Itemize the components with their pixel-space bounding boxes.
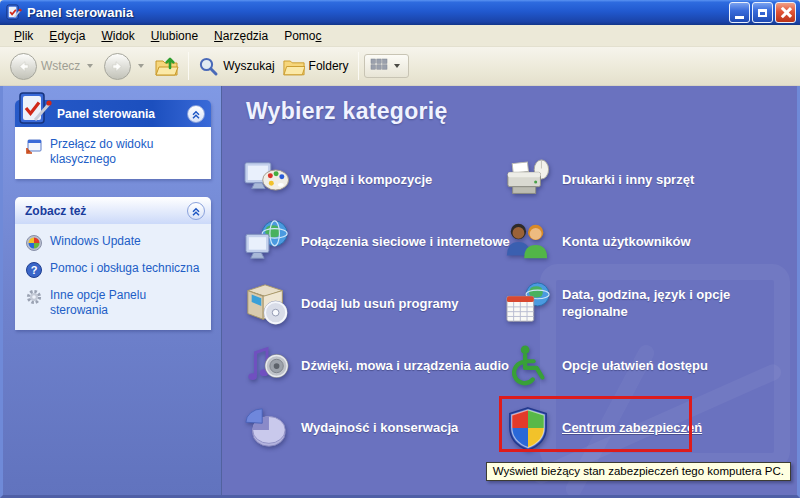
accounts-icon (505, 219, 551, 265)
help-icon: ? (25, 261, 43, 279)
views-dropdown-caret[interactable] (394, 64, 400, 68)
category-security-center[interactable]: Centrum zabezpieczeń (505, 400, 702, 456)
category-label[interactable]: Wygląd i kompozycje (301, 172, 432, 189)
sidebar-panel-see-also: Zobacz też Windows Upda (15, 197, 211, 330)
forward-button[interactable] (100, 51, 151, 82)
menu-plik[interactable]: Plik (6, 27, 41, 45)
category-label[interactable]: Połączenia sieciowe i internetowe (301, 234, 510, 251)
network-icon (244, 219, 290, 265)
windows-update-label[interactable]: Windows Update (50, 234, 141, 252)
window-body: Panel sterowania Przełącz do widoku kl (0, 86, 800, 498)
folders-label: Foldery (309, 59, 349, 73)
minimize-icon (735, 16, 744, 19)
help-support-label[interactable]: Pomoc i obsługa techniczna (50, 261, 199, 279)
search-button[interactable]: Wyszukaj (194, 54, 278, 79)
control-panel-window: Panel sterowania Plik Edycja Widok Ulubi… (0, 0, 800, 498)
windows-update-link[interactable]: Windows Update (25, 234, 203, 252)
minimize-button[interactable] (729, 2, 750, 23)
page-title: Wybierz kategorię (246, 98, 448, 125)
sidebar-panel-control: Panel sterowania Przełącz do widoku kl (15, 100, 211, 179)
window-title: Panel sterowania (27, 5, 727, 20)
category-appearance[interactable]: Wygląd i kompozycje (244, 152, 432, 208)
panel-see-also-header[interactable]: Zobacz też (15, 197, 211, 224)
menu-pomoc[interactable]: Pomoc (276, 27, 329, 45)
category-performance[interactable]: Wydajność i konserwacja (244, 400, 458, 456)
category-accessibility[interactable]: Opcje ułatwień dostępu (505, 338, 708, 394)
printers-icon (505, 157, 551, 203)
folders-button[interactable]: Foldery (279, 55, 353, 78)
close-button[interactable] (775, 2, 796, 23)
panel-control-title: Panel sterowania (57, 107, 187, 121)
toolbar-separator (188, 52, 189, 80)
tooltip: Wyświetl bieżący stan zabezpieczeń tego … (486, 462, 791, 481)
restore-icon (758, 9, 767, 17)
menu-widok[interactable]: Widok (93, 27, 142, 45)
classic-view-icon (25, 137, 43, 155)
category-sounds[interactable]: Dźwięki, mowa i urządzenia audio (244, 338, 509, 394)
folders-icon (283, 57, 305, 76)
category-label[interactable]: Konta użytkowników (562, 234, 691, 251)
gear-icon (25, 288, 43, 306)
up-button[interactable] (151, 53, 183, 79)
category-label[interactable]: Data, godzina, język i opcje regionalne (562, 287, 752, 321)
toolbar-separator (358, 52, 359, 80)
up-folder-icon (155, 55, 179, 77)
switch-classic-view-link[interactable]: Przełącz do widoku klasycznego (25, 137, 203, 167)
appearance-icon (244, 157, 290, 203)
category-label[interactable]: Wydajność i konserwacja (301, 420, 458, 437)
back-icon (10, 53, 37, 80)
title-bar[interactable]: Panel sterowania (0, 0, 800, 25)
menu-narzedzia[interactable]: Narzędzia (206, 27, 276, 45)
category-label[interactable]: Drukarki i inny sprzęt (562, 172, 694, 189)
forward-icon (104, 53, 131, 80)
panel-control-body: Przełącz do widoku klasycznego (15, 127, 211, 179)
category-network[interactable]: Połączenia sieciowe i internetowe (244, 214, 510, 270)
panel-see-also-title: Zobacz też (25, 204, 187, 218)
collapse-chevron-icon[interactable] (187, 202, 205, 220)
category-label[interactable]: Dźwięki, mowa i urządzenia audio (301, 358, 509, 375)
category-user-accounts[interactable]: Konta użytkowników (505, 214, 691, 270)
other-options-label[interactable]: Inne opcje Panelu sterowania (50, 288, 190, 318)
toolbar: Wstecz Wyszukaj (0, 47, 800, 86)
performance-icon (244, 405, 290, 451)
sidebar: Panel sterowania Przełącz do widoku kl (3, 86, 222, 495)
collapse-chevron-icon[interactable] (187, 105, 205, 123)
category-add-remove-programs[interactable]: Dodaj lub usuń programy (244, 276, 458, 332)
category-label[interactable]: Centrum zabezpieczeń (562, 420, 702, 437)
other-options-link[interactable]: Inne opcje Panelu sterowania (25, 288, 203, 318)
category-label[interactable]: Opcje ułatwień dostępu (562, 358, 708, 375)
windows-update-icon (25, 234, 43, 252)
sounds-icon (244, 343, 290, 389)
close-icon (780, 7, 791, 18)
category-view: Wybierz kategorię Wygląd i kompozycje (222, 86, 797, 495)
back-button[interactable]: Wstecz (6, 51, 100, 82)
menu-edycja[interactable]: Edycja (41, 27, 93, 45)
category-printers[interactable]: Drukarki i inny sprzęt (505, 152, 694, 208)
control-panel-icon (16, 91, 52, 127)
back-label: Wstecz (41, 59, 80, 73)
help-support-link[interactable]: ? Pomoc i obsługa techniczna (25, 261, 203, 279)
search-icon (198, 56, 219, 77)
programs-icon (244, 281, 290, 327)
accessibility-icon (505, 343, 551, 389)
datetime-icon (505, 281, 551, 327)
category-label[interactable]: Dodaj lub usuń programy (301, 296, 458, 313)
panel-control-header[interactable]: Panel sterowania (15, 100, 211, 127)
category-date-time[interactable]: Data, godzina, język i opcje regionalne (505, 276, 752, 332)
views-grid-icon (370, 58, 388, 74)
svg-text:?: ? (31, 264, 38, 276)
forward-dropdown-caret[interactable] (138, 64, 144, 68)
control-panel-icon (5, 4, 22, 21)
search-label: Wyszukaj (223, 59, 274, 73)
restore-button[interactable] (752, 2, 773, 23)
views-button[interactable] (364, 54, 409, 78)
panel-see-also-body: Windows Update ? Pomoc i obsługa technic… (15, 224, 211, 330)
security-icon (505, 405, 551, 451)
menu-bar: Plik Edycja Widok Ulubione Narzędzia Pom… (0, 25, 800, 47)
switch-classic-view-label[interactable]: Przełącz do widoku klasycznego (50, 137, 192, 167)
menu-ulubione[interactable]: Ulubione (143, 27, 206, 45)
back-dropdown-caret[interactable] (87, 64, 93, 68)
